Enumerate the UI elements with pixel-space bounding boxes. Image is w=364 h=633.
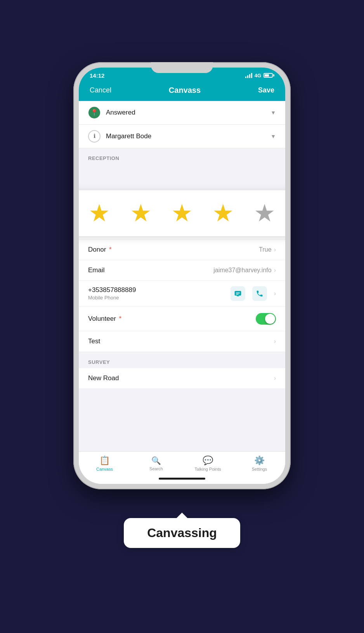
home-bar <box>159 478 205 480</box>
star-1[interactable]: ★ <box>88 201 110 225</box>
svg-rect-5 <box>236 292 240 293</box>
sms-icon <box>234 290 242 297</box>
phone-shell: 14:12 4G Cancel <box>73 62 291 489</box>
talking-points-tab-icon: 💬 <box>203 456 213 466</box>
status-time: 14:12 <box>90 72 104 79</box>
volunteer-row[interactable]: Volunteer * <box>79 307 285 331</box>
new-road-row[interactable]: New Road › <box>79 368 285 388</box>
signal-icon <box>245 73 252 78</box>
home-indicator <box>79 474 285 484</box>
email-value: jaime37@harvey.info › <box>213 267 276 274</box>
test-label: Test <box>88 337 100 345</box>
star-5[interactable]: ★ <box>254 201 276 225</box>
sms-button[interactable] <box>231 286 245 301</box>
phone-type: Mobile Phone <box>88 295 136 301</box>
status-right: 4G <box>245 73 274 78</box>
talking-points-tab-label: Talking Points <box>195 467 221 471</box>
settings-tab-icon: ⚙️ <box>254 456 265 466</box>
volunteer-toggle[interactable] <box>256 313 276 325</box>
answered-label: Answered <box>106 109 265 117</box>
test-row[interactable]: Test › <box>79 331 285 351</box>
content-spacer <box>79 389 285 451</box>
svg-rect-6 <box>236 294 239 294</box>
star-3[interactable]: ★ <box>171 201 193 225</box>
save-button[interactable]: Save <box>258 86 274 94</box>
reception-section-header: RECEPTION <box>79 148 285 164</box>
phone-screen: 14:12 4G Cancel <box>79 68 285 484</box>
person-dropdown[interactable]: ℹ Margarett Bode ▼ <box>79 125 285 148</box>
priority-fields-section: Party preference Democrat › Donor * True… <box>79 219 285 351</box>
canvassing-label: Canvassing <box>124 518 240 548</box>
phone-chevron: › <box>274 290 276 297</box>
phone-wrapper: 14:12 4G Cancel <box>73 62 291 509</box>
nav-title: Canvass <box>169 86 201 95</box>
new-road-chevron: › <box>274 375 276 382</box>
canvassing-text: Canvassing <box>147 526 217 540</box>
answered-arrow: ▼ <box>270 110 276 116</box>
test-chevron: › <box>274 338 276 345</box>
email-label: Email <box>88 266 105 274</box>
canvass-tab-icon: 📋 <box>99 456 110 466</box>
search-tab-icon: 🔍 <box>151 456 161 465</box>
new-road-label: New Road <box>88 374 119 382</box>
email-row[interactable]: Email jaime37@harvey.info › <box>79 260 285 281</box>
volunteer-required: * <box>119 315 122 322</box>
battery-icon <box>263 73 274 78</box>
network-label: 4G <box>255 73 261 78</box>
svg-text:ℹ: ℹ <box>94 133 95 139</box>
email-chevron: › <box>274 267 276 274</box>
tab-bar: 📋 Canvass 🔍 Search 💬 Talking Points ⚙️ S… <box>79 451 285 474</box>
content-area: 📍 Answered ▼ ℹ Margarett Bode ▼ RECEPTIO… <box>79 101 285 484</box>
tab-search[interactable]: 🔍 Search <box>143 456 170 471</box>
star-rating[interactable]: ★ ★ ★ ★ ★ <box>79 190 285 236</box>
answered-dropdown[interactable]: 📍 Answered ▼ <box>79 101 285 125</box>
donor-chevron: › <box>274 246 276 253</box>
star-4[interactable]: ★ <box>212 201 234 225</box>
settings-tab-label: Settings <box>252 467 267 471</box>
phone-row[interactable]: +353857888889 Mobile Phone <box>79 281 285 307</box>
notch <box>151 62 213 73</box>
answered-icon: 📍 <box>88 106 101 119</box>
phone-info: +353857888889 Mobile Phone <box>88 286 136 301</box>
tab-settings[interactable]: ⚙️ Settings <box>246 456 273 471</box>
person-arrow: ▼ <box>270 133 276 139</box>
donor-value: True › <box>259 246 276 253</box>
survey-section: New Road › <box>79 368 285 388</box>
tab-talking-points[interactable]: 💬 Talking Points <box>194 456 222 471</box>
canvass-tab-label: Canvass <box>96 467 113 471</box>
tab-canvass[interactable]: 📋 Canvass <box>91 456 118 471</box>
cancel-button[interactable]: Cancel <box>90 86 111 94</box>
volunteer-label: Volunteer * <box>88 315 121 323</box>
top-nav: Cancel Canvass Save <box>79 82 285 101</box>
phone-actions: › <box>231 286 276 301</box>
call-button[interactable] <box>252 286 267 301</box>
phone-icon <box>256 290 263 297</box>
phone-number: +353857888889 <box>88 286 136 294</box>
donor-required: * <box>109 246 112 253</box>
donor-label: Donor * <box>88 246 112 254</box>
svg-text:📍: 📍 <box>90 109 98 116</box>
person-icon: ℹ <box>88 130 101 143</box>
survey-section-header: SURVEY <box>79 352 285 368</box>
toggle-knob <box>265 314 275 324</box>
donor-row[interactable]: Donor * True › <box>79 240 285 260</box>
star-2[interactable]: ★ <box>130 201 152 225</box>
search-tab-label: Search <box>149 466 163 471</box>
person-label: Margarett Bode <box>106 132 265 140</box>
